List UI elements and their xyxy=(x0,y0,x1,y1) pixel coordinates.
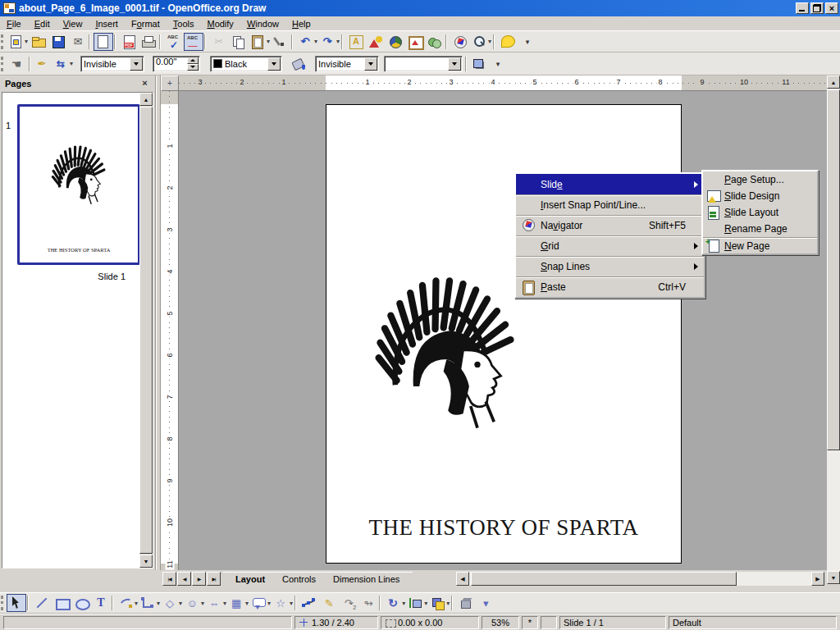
toolbar-overflow-button[interactable]: ▾ xyxy=(518,33,537,51)
send-mail-button[interactable]: ✉ xyxy=(68,33,88,51)
navigator-button[interactable] xyxy=(450,33,470,51)
fill-style-select[interactable]: Invisible xyxy=(315,56,379,72)
scroll-down-icon[interactable]: ▼ xyxy=(139,555,153,568)
submenu-item-slide-design[interactable]: Slide Design xyxy=(703,188,817,204)
toolbar-grip[interactable] xyxy=(0,33,7,51)
scrollbar-thumb[interactable] xyxy=(827,89,840,450)
print-button[interactable] xyxy=(139,33,158,51)
status-slide[interactable]: Slide 1 / 1 xyxy=(559,616,666,629)
spin-up-icon[interactable] xyxy=(187,57,199,64)
close-icon[interactable]: × xyxy=(139,79,150,89)
hyperlink-button[interactable] xyxy=(425,33,445,51)
menu-insert[interactable]: Insert xyxy=(89,17,125,30)
chevron-down-icon[interactable] xyxy=(364,57,377,71)
menu-item-slide[interactable]: Slide xyxy=(516,174,704,194)
vertical-scrollbar[interactable]: ▲ ▼ xyxy=(827,75,840,584)
toolbar-overflow-button[interactable]: ▾ xyxy=(476,594,495,612)
horizontal-scrollbar[interactable]: ◀ ▶ xyxy=(456,572,824,586)
scroll-right-icon[interactable]: ▶ xyxy=(811,572,824,586)
title-bar[interactable]: about_Page_6_Image_0001.tif - OpenOffice… xyxy=(0,0,840,16)
menu-help[interactable]: Help xyxy=(285,17,317,30)
menu-item-snap-lines[interactable]: Snap Lines xyxy=(516,256,704,276)
menu-view[interactable]: View xyxy=(57,17,89,30)
page-title-text[interactable]: THE HISTORY OF SPARTA xyxy=(326,515,681,541)
close-button[interactable]: × xyxy=(825,2,838,14)
open-button[interactable] xyxy=(29,33,48,51)
save-button[interactable] xyxy=(48,33,68,51)
menu-format[interactable]: Format xyxy=(125,17,167,30)
interaction-button[interactable]: ↬ xyxy=(358,594,378,612)
previous-page-button[interactable]: ◀ xyxy=(177,572,191,586)
select-tool[interactable] xyxy=(7,594,26,612)
submenu-item-rename-page[interactable]: Rename Page xyxy=(703,221,817,237)
submenu-item-slide-layout[interactable]: Slide Layout xyxy=(703,204,817,221)
vertical-ruler[interactable]: 1234567891011 xyxy=(161,91,179,570)
connector-tool[interactable] xyxy=(139,594,161,612)
spartan-graphic[interactable] xyxy=(373,266,526,443)
shadow-button[interactable] xyxy=(468,55,488,73)
help-button[interactable]: ? xyxy=(498,33,518,51)
area-style-button[interactable] xyxy=(289,55,308,73)
basic-shapes-tool[interactable]: ◇ xyxy=(161,594,183,612)
rectangle-tool[interactable] xyxy=(52,594,71,612)
insert-image-button[interactable] xyxy=(405,33,425,51)
edit-file-button[interactable]: ✎ xyxy=(94,33,113,51)
drawing-canvas[interactable]: THE HISTORY OF SPARTA xyxy=(179,91,827,570)
scroll-up-icon[interactable]: ▲ xyxy=(139,93,153,106)
scroll-left-icon[interactable]: ◀ xyxy=(456,572,469,586)
tab-layout[interactable]: Layout xyxy=(222,572,278,587)
edit-points-hand-button[interactable]: ☚ xyxy=(7,55,26,73)
text-tool[interactable]: T xyxy=(91,594,111,612)
zoom-button[interactable] xyxy=(470,33,492,51)
scrollbar-thumb[interactable] xyxy=(139,107,153,554)
chevron-down-icon[interactable] xyxy=(130,57,143,71)
line-color-select[interactable]: Black xyxy=(210,56,282,72)
horizontal-ruler[interactable]: 3211234567891011 xyxy=(179,75,827,91)
menu-item-grid[interactable]: Grid xyxy=(516,235,704,256)
rotate-button[interactable]: ↻ xyxy=(384,594,406,612)
restore-button[interactable] xyxy=(810,2,824,14)
gallery-button[interactable] xyxy=(366,33,386,51)
status-zoom[interactable]: 53% xyxy=(482,616,519,629)
fill-color-select[interactable] xyxy=(384,56,463,72)
toolbar-grip[interactable] xyxy=(0,55,7,73)
fontwork-gallery-button[interactable] xyxy=(346,33,366,51)
stars-tool[interactable]: ☆ xyxy=(272,594,294,612)
line-width-stepper[interactable]: 0.00" xyxy=(153,56,200,72)
undo-button[interactable]: ↶ xyxy=(296,33,318,51)
curve-tool[interactable] xyxy=(116,594,139,612)
last-page-button[interactable]: ▶| xyxy=(207,572,221,586)
first-page-button[interactable]: |◀ xyxy=(162,572,176,586)
menu-item-paste[interactable]: Paste Ctrl+V xyxy=(516,276,704,297)
submenu-item-page-setup[interactable]: Page Setup... xyxy=(703,171,817,188)
export-pdf-button[interactable] xyxy=(119,33,139,51)
slide-thumbnail[interactable]: THE HISTORY OF SPARTA xyxy=(17,104,140,265)
cut-button[interactable]: ✂ xyxy=(209,33,229,51)
flowchart-tool[interactable]: ▦ xyxy=(227,594,249,612)
block-arrows-tool[interactable]: ⇔ xyxy=(205,594,227,612)
effects-button[interactable]: ↷ xyxy=(339,594,358,612)
arrow-style-button[interactable]: ⇆ xyxy=(52,55,74,73)
format-paintbrush-button[interactable] xyxy=(271,33,290,51)
tab-controls[interactable]: Controls xyxy=(269,572,329,587)
menu-window[interactable]: Window xyxy=(240,17,285,30)
pages-scrollbar[interactable]: ▲ ▼ xyxy=(139,93,153,568)
toolbar-overflow-button[interactable]: ▾ xyxy=(488,55,508,73)
arrange-button[interactable] xyxy=(428,594,450,612)
glue-points-button[interactable]: ✎ xyxy=(319,594,339,612)
line-dialog-button[interactable]: ✒ xyxy=(32,55,52,73)
chevron-down-icon[interactable] xyxy=(448,57,461,71)
minimize-button[interactable] xyxy=(796,2,809,14)
line-tool[interactable] xyxy=(32,594,52,612)
spin-down-icon[interactable] xyxy=(187,64,199,71)
menu-edit[interactable]: Edit xyxy=(28,17,57,30)
chevron-down-icon[interactable] xyxy=(267,57,281,71)
status-position[interactable]: 1.30 / 2.40 xyxy=(294,616,378,629)
ruler-origin-button[interactable]: + xyxy=(161,75,179,91)
chart-button[interactable] xyxy=(386,33,405,51)
spellcheck-button[interactable] xyxy=(164,33,184,51)
status-style[interactable]: Default xyxy=(669,616,837,629)
paste-button[interactable] xyxy=(249,33,271,51)
callouts-tool[interactable] xyxy=(249,594,272,612)
menu-item-insert-snap-point-line[interactable]: Insert Snap Point/Line... xyxy=(516,194,704,215)
